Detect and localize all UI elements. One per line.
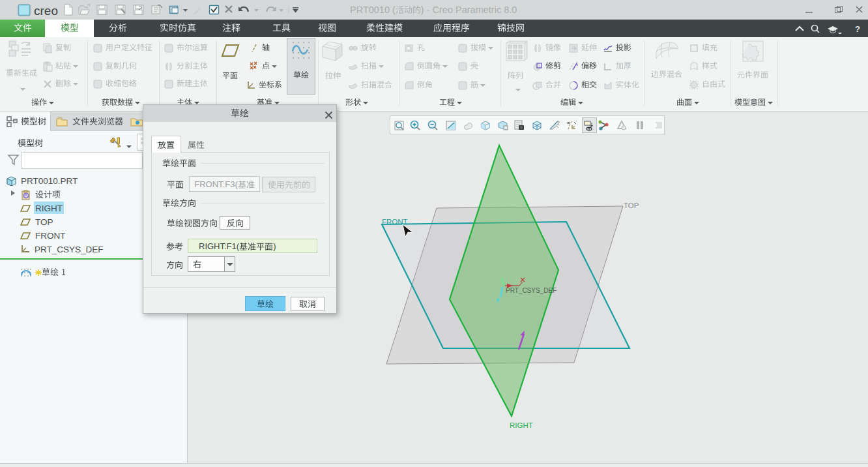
svg-text:TOP: TOP: [624, 202, 639, 209]
svg-text:FRONT: FRONT: [382, 218, 408, 226]
svg-text:?: ?: [855, 24, 860, 34]
svg-text:RIGHT: RIGHT: [510, 421, 533, 429]
svg-text:PRT_CSYS_DEF: PRT_CSYS_DEF: [506, 287, 557, 294]
svg-text:creo: creo: [34, 4, 58, 18]
